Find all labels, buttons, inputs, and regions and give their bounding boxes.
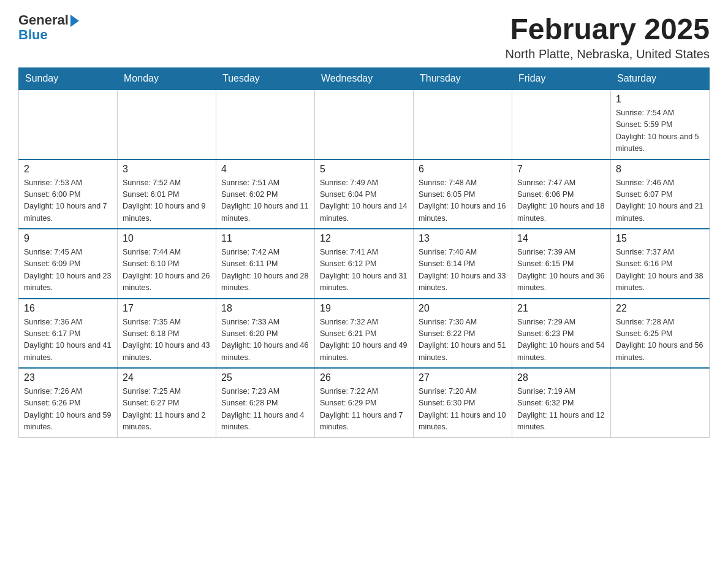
day-number: 6: [419, 164, 507, 175]
day-info: Sunrise: 7:32 AMSunset: 6:21 PMDaylight:…: [320, 316, 408, 364]
calendar-cell: 12Sunrise: 7:41 AMSunset: 6:12 PMDayligh…: [315, 229, 414, 299]
day-info: Sunrise: 7:48 AMSunset: 6:05 PMDaylight:…: [419, 177, 507, 225]
calendar-cell: 6Sunrise: 7:48 AMSunset: 6:05 PMDaylight…: [414, 159, 512, 229]
day-info: Sunrise: 7:28 AMSunset: 6:25 PMDaylight:…: [616, 316, 704, 364]
calendar-cell: 26Sunrise: 7:22 AMSunset: 6:29 PMDayligh…: [315, 368, 414, 437]
calendar-cell: [216, 90, 315, 159]
calendar-header-row: SundayMondayTuesdayWednesdayThursdayFrid…: [19, 68, 710, 90]
calendar-week-row: 23Sunrise: 7:26 AMSunset: 6:26 PMDayligh…: [19, 368, 710, 437]
day-number: 4: [221, 164, 309, 175]
calendar-cell: 8Sunrise: 7:46 AMSunset: 6:07 PMDaylight…: [611, 159, 710, 229]
location-title: North Platte, Nebraska, United States: [506, 47, 710, 61]
logo-arrow-icon: [70, 15, 79, 27]
day-info: Sunrise: 7:37 AMSunset: 6:16 PMDaylight:…: [616, 247, 704, 294]
calendar-cell: 14Sunrise: 7:39 AMSunset: 6:15 PMDayligh…: [512, 229, 611, 299]
day-number: 2: [24, 164, 112, 175]
day-number: 1: [616, 94, 704, 105]
calendar-cell: 18Sunrise: 7:33 AMSunset: 6:20 PMDayligh…: [216, 299, 315, 369]
calendar-cell: [315, 90, 414, 159]
day-info: Sunrise: 7:40 AMSunset: 6:14 PMDaylight:…: [419, 247, 507, 294]
day-number: 10: [123, 233, 211, 244]
month-title: February 2025: [506, 12, 710, 46]
calendar-cell: 7Sunrise: 7:47 AMSunset: 6:06 PMDaylight…: [512, 159, 611, 229]
calendar-cell: 28Sunrise: 7:19 AMSunset: 6:32 PMDayligh…: [512, 368, 611, 437]
day-info: Sunrise: 7:47 AMSunset: 6:06 PMDaylight:…: [517, 177, 605, 225]
day-info: Sunrise: 7:42 AMSunset: 6:11 PMDaylight:…: [221, 247, 309, 294]
column-header-monday: Monday: [118, 68, 216, 90]
day-number: 18: [221, 303, 309, 314]
calendar-week-row: 16Sunrise: 7:36 AMSunset: 6:17 PMDayligh…: [19, 299, 710, 369]
day-number: 9: [24, 233, 112, 244]
day-number: 7: [517, 164, 605, 175]
day-number: 19: [320, 303, 408, 314]
day-info: Sunrise: 7:44 AMSunset: 6:10 PMDaylight:…: [123, 247, 211, 294]
day-number: 15: [616, 233, 704, 244]
day-info: Sunrise: 7:20 AMSunset: 6:30 PMDaylight:…: [419, 386, 507, 434]
day-info: Sunrise: 7:49 AMSunset: 6:04 PMDaylight:…: [320, 177, 408, 225]
day-info: Sunrise: 7:52 AMSunset: 6:01 PMDaylight:…: [123, 177, 211, 225]
day-number: 14: [517, 233, 605, 244]
calendar-cell: 23Sunrise: 7:26 AMSunset: 6:26 PMDayligh…: [19, 368, 118, 437]
page-header: General Blue February 2025 North Platte,…: [18, 12, 710, 61]
calendar-cell: 22Sunrise: 7:28 AMSunset: 6:25 PMDayligh…: [611, 299, 710, 369]
day-number: 28: [517, 372, 605, 383]
day-info: Sunrise: 7:39 AMSunset: 6:15 PMDaylight:…: [517, 247, 605, 294]
calendar-week-row: 1Sunrise: 7:54 AMSunset: 5:59 PMDaylight…: [19, 90, 710, 159]
day-number: 13: [419, 233, 507, 244]
day-number: 23: [24, 372, 112, 383]
calendar-cell: [611, 368, 710, 437]
day-info: Sunrise: 7:41 AMSunset: 6:12 PMDaylight:…: [320, 247, 408, 294]
day-info: Sunrise: 7:54 AMSunset: 5:59 PMDaylight:…: [616, 107, 704, 155]
day-info: Sunrise: 7:33 AMSunset: 6:20 PMDaylight:…: [221, 316, 309, 364]
calendar-cell: 17Sunrise: 7:35 AMSunset: 6:18 PMDayligh…: [118, 299, 216, 369]
calendar-cell: 2Sunrise: 7:53 AMSunset: 6:00 PMDaylight…: [19, 159, 118, 229]
day-info: Sunrise: 7:25 AMSunset: 6:27 PMDaylight:…: [123, 386, 211, 434]
day-info: Sunrise: 7:46 AMSunset: 6:07 PMDaylight:…: [616, 177, 704, 225]
day-number: 12: [320, 233, 408, 244]
calendar-table: SundayMondayTuesdayWednesdayThursdayFrid…: [18, 67, 710, 438]
logo: General Blue: [18, 12, 79, 43]
day-info: Sunrise: 7:23 AMSunset: 6:28 PMDaylight:…: [221, 386, 309, 434]
day-number: 3: [123, 164, 211, 175]
calendar-cell: [512, 90, 611, 159]
day-number: 24: [123, 372, 211, 383]
calendar-week-row: 2Sunrise: 7:53 AMSunset: 6:00 PMDaylight…: [19, 159, 710, 229]
calendar-cell: 13Sunrise: 7:40 AMSunset: 6:14 PMDayligh…: [414, 229, 512, 299]
column-header-friday: Friday: [512, 68, 611, 90]
calendar-cell: 11Sunrise: 7:42 AMSunset: 6:11 PMDayligh…: [216, 229, 315, 299]
column-header-tuesday: Tuesday: [216, 68, 315, 90]
calendar-cell: 25Sunrise: 7:23 AMSunset: 6:28 PMDayligh…: [216, 368, 315, 437]
column-header-saturday: Saturday: [611, 68, 710, 90]
day-number: 27: [419, 372, 507, 383]
day-number: 5: [320, 164, 408, 175]
calendar-cell: 5Sunrise: 7:49 AMSunset: 6:04 PMDaylight…: [315, 159, 414, 229]
day-info: Sunrise: 7:19 AMSunset: 6:32 PMDaylight:…: [517, 386, 605, 434]
calendar-cell: [414, 90, 512, 159]
calendar-cell: 24Sunrise: 7:25 AMSunset: 6:27 PMDayligh…: [118, 368, 216, 437]
calendar-cell: 21Sunrise: 7:29 AMSunset: 6:23 PMDayligh…: [512, 299, 611, 369]
day-info: Sunrise: 7:30 AMSunset: 6:22 PMDaylight:…: [419, 316, 507, 364]
calendar-cell: 4Sunrise: 7:51 AMSunset: 6:02 PMDaylight…: [216, 159, 315, 229]
logo-general-text: General: [18, 12, 69, 28]
day-number: 11: [221, 233, 309, 244]
day-number: 22: [616, 303, 704, 314]
day-number: 25: [221, 372, 309, 383]
calendar-cell: 9Sunrise: 7:45 AMSunset: 6:09 PMDaylight…: [19, 229, 118, 299]
day-number: 8: [616, 164, 704, 175]
day-info: Sunrise: 7:22 AMSunset: 6:29 PMDaylight:…: [320, 386, 408, 434]
calendar-cell: 3Sunrise: 7:52 AMSunset: 6:01 PMDaylight…: [118, 159, 216, 229]
column-header-thursday: Thursday: [414, 68, 512, 90]
day-info: Sunrise: 7:35 AMSunset: 6:18 PMDaylight:…: [123, 316, 211, 364]
day-number: 21: [517, 303, 605, 314]
title-block: February 2025 North Platte, Nebraska, Un…: [506, 12, 710, 61]
day-info: Sunrise: 7:51 AMSunset: 6:02 PMDaylight:…: [221, 177, 309, 225]
day-number: 20: [419, 303, 507, 314]
calendar-cell: 16Sunrise: 7:36 AMSunset: 6:17 PMDayligh…: [19, 299, 118, 369]
day-number: 26: [320, 372, 408, 383]
calendar-week-row: 9Sunrise: 7:45 AMSunset: 6:09 PMDaylight…: [19, 229, 710, 299]
day-number: 17: [123, 303, 211, 314]
calendar-cell: 15Sunrise: 7:37 AMSunset: 6:16 PMDayligh…: [611, 229, 710, 299]
day-info: Sunrise: 7:26 AMSunset: 6:26 PMDaylight:…: [24, 386, 112, 434]
calendar-cell: 10Sunrise: 7:44 AMSunset: 6:10 PMDayligh…: [118, 229, 216, 299]
calendar-cell: [118, 90, 216, 159]
